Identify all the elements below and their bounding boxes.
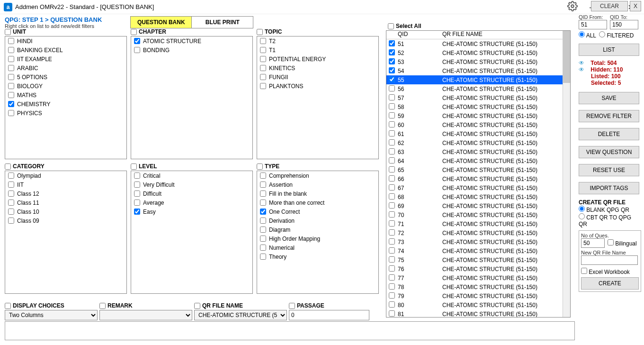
list-item[interactable]: Very Difficult: [131, 180, 252, 189]
item-checkbox[interactable]: [260, 172, 266, 179]
save-button[interactable]: SAVE: [579, 92, 639, 104]
row-checkbox[interactable]: [389, 40, 395, 46]
passage-input[interactable]: [289, 310, 369, 320]
table-row[interactable]: 57CHE-ATOMIC STRUCTURE (51-150): [386, 93, 570, 102]
list-item[interactable]: BONDING: [131, 45, 252, 54]
table-row[interactable]: 78CHE-ATOMIC STRUCTURE (51-150): [386, 282, 570, 291]
table-row[interactable]: 59CHE-ATOMIC STRUCTURE (51-150): [386, 111, 570, 120]
item-checkbox[interactable]: [260, 254, 266, 260]
row-checkbox[interactable]: [389, 103, 395, 109]
list-item[interactable]: High Order Mapping: [257, 234, 378, 243]
list-item[interactable]: One Correct: [257, 207, 378, 216]
qid-to-input[interactable]: [610, 20, 638, 29]
table-row[interactable]: 76CHE-ATOMIC STRUCTURE (51-150): [386, 264, 570, 273]
item-checkbox[interactable]: [8, 209, 14, 215]
list-item[interactable]: Class 11: [5, 198, 126, 207]
list-item[interactable]: Class 12: [5, 189, 126, 198]
list-item[interactable]: 5 OPTIONS: [5, 73, 126, 82]
table-row[interactable]: 58CHE-ATOMIC STRUCTURE (51-150): [386, 102, 570, 111]
item-checkbox[interactable]: [260, 65, 266, 71]
item-checkbox[interactable]: [260, 182, 266, 188]
table-row[interactable]: 72CHE-ATOMIC STRUCTURE (51-150): [386, 228, 570, 237]
item-checkbox[interactable]: [8, 83, 14, 89]
list-item[interactable]: ATOMIC STRUCTURE: [131, 36, 252, 45]
item-checkbox[interactable]: [8, 92, 14, 98]
item-checkbox[interactable]: [134, 191, 140, 197]
table-row[interactable]: 63CHE-ATOMIC STRUCTURE (51-150): [386, 147, 570, 156]
list-item[interactable]: Critical: [131, 171, 252, 180]
list-item[interactable]: KINETICS: [257, 64, 378, 73]
item-checkbox[interactable]: [134, 182, 140, 188]
row-checkbox[interactable]: [389, 175, 395, 182]
table-row[interactable]: 54CHE-ATOMIC STRUCTURE (51-150): [386, 66, 570, 75]
qrfile-checkbox[interactable]: [194, 303, 200, 309]
item-checkbox[interactable]: [134, 209, 140, 215]
list-item[interactable]: POTENTIAL ENERGY: [257, 54, 378, 64]
row-checkbox[interactable]: [389, 49, 395, 55]
item-checkbox[interactable]: [260, 236, 266, 242]
table-row[interactable]: 73CHE-ATOMIC STRUCTURE (51-150): [386, 237, 570, 246]
list-item[interactable]: FUNGII: [257, 73, 378, 82]
excel-checkbox[interactable]: Excel Workbook: [581, 268, 639, 275]
scrollbar[interactable]: [563, 31, 570, 317]
list-item[interactable]: Olympiad: [5, 171, 126, 180]
row-checkbox[interactable]: [389, 265, 395, 272]
chapter-list[interactable]: ATOMIC STRUCTUREBONDING: [131, 36, 253, 159]
category-list[interactable]: OlympiadIITClass 12Class 11Class 10Class…: [5, 171, 127, 294]
item-checkbox[interactable]: [134, 47, 140, 53]
list-item[interactable]: More than one correct: [257, 198, 378, 207]
row-checkbox[interactable]: [389, 193, 395, 200]
item-checkbox[interactable]: [260, 47, 266, 53]
row-checkbox[interactable]: [389, 292, 395, 299]
list-item[interactable]: IIT EXAMPLE: [5, 54, 126, 64]
item-checkbox[interactable]: [260, 83, 266, 89]
list-item[interactable]: Comprehension: [257, 171, 378, 180]
row-checkbox[interactable]: [389, 229, 395, 236]
item-checkbox[interactable]: [8, 191, 14, 197]
item-checkbox[interactable]: [8, 200, 14, 206]
row-checkbox[interactable]: [389, 67, 395, 73]
item-checkbox[interactable]: [260, 56, 266, 62]
remove-filter-button[interactable]: REMOVE FILTER: [579, 110, 639, 122]
item-checkbox[interactable]: [8, 74, 14, 80]
table-row[interactable]: 68CHE-ATOMIC STRUCTURE (51-150): [386, 192, 570, 201]
remark-checkbox[interactable]: [99, 303, 106, 309]
row-checkbox[interactable]: [389, 220, 395, 227]
list-item[interactable]: CHEMISTRY: [5, 100, 126, 109]
delete-button[interactable]: DELETE: [579, 128, 639, 140]
display-choices-select[interactable]: Two Columns: [5, 310, 98, 320]
row-checkbox[interactable]: [389, 94, 395, 100]
new-file-input[interactable]: [581, 255, 638, 265]
item-checkbox[interactable]: [260, 209, 266, 215]
row-checkbox[interactable]: [389, 247, 395, 254]
item-checkbox[interactable]: [260, 74, 266, 80]
remark-select[interactable]: [99, 310, 192, 320]
list-item[interactable]: Assertion: [257, 180, 378, 189]
item-checkbox[interactable]: [8, 47, 14, 53]
table-row[interactable]: 66CHE-ATOMIC STRUCTURE (51-150): [386, 174, 570, 183]
table-row[interactable]: 64CHE-ATOMIC STRUCTURE (51-150): [386, 156, 570, 165]
list-item[interactable]: Easy: [131, 207, 252, 216]
reset-use-button[interactable]: RESET USE: [579, 164, 639, 176]
qid-from-input[interactable]: [579, 20, 607, 29]
passage-checkbox[interactable]: [289, 303, 295, 309]
item-checkbox[interactable]: [8, 101, 14, 107]
table-row[interactable]: 75CHE-ATOMIC STRUCTURE (51-150): [386, 255, 570, 264]
topic-header-checkbox[interactable]: [257, 29, 263, 35]
list-item[interactable]: HINDI: [5, 36, 126, 45]
row-checkbox[interactable]: [389, 301, 395, 308]
row-checkbox[interactable]: [389, 211, 395, 218]
list-item[interactable]: IIT: [5, 180, 126, 189]
item-checkbox[interactable]: [260, 38, 266, 44]
table-row[interactable]: 65CHE-ATOMIC STRUCTURE (51-150): [386, 165, 570, 174]
table-row[interactable]: 56CHE-ATOMIC STRUCTURE (51-150): [386, 84, 570, 93]
row-checkbox[interactable]: [389, 283, 395, 290]
list-item[interactable]: ARABIC: [5, 64, 126, 73]
unit-header-checkbox[interactable]: [5, 29, 11, 35]
clear-button[interactable]: CLEAR: [591, 1, 628, 11]
list-item[interactable]: T1: [257, 45, 378, 54]
unit-list[interactable]: HINDIBANKING EXCELIIT EXAMPLEARABIC5 OPT…: [5, 36, 127, 159]
item-checkbox[interactable]: [260, 227, 266, 233]
select-all-checkbox[interactable]: [388, 23, 394, 29]
row-checkbox[interactable]: [389, 202, 395, 209]
